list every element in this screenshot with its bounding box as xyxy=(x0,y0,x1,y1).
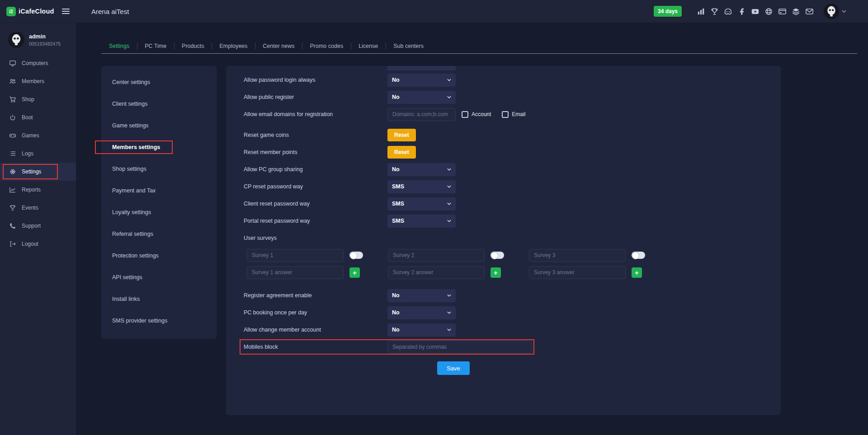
card-icon[interactable] xyxy=(778,7,787,16)
users-icon xyxy=(9,78,16,85)
nav-api-settings[interactable]: API settings xyxy=(101,267,217,288)
tab-promo-codes[interactable]: Promo codes xyxy=(302,43,351,49)
email-domains-input[interactable] xyxy=(387,108,456,121)
nav-loyalty-settings[interactable]: Loyalty settings xyxy=(101,201,217,223)
survey-2-answer-input[interactable] xyxy=(388,266,485,279)
field-label: Register agreement enable xyxy=(244,292,387,299)
survey-3-input[interactable] xyxy=(529,249,626,262)
nav-client-settings[interactable]: Client settings xyxy=(101,93,217,115)
sidebar-item-games[interactable]: Games xyxy=(0,126,76,145)
survey-3-answer-column: + xyxy=(529,266,670,279)
survey-answers-row: + + + xyxy=(244,264,763,281)
sidebar-item-logs[interactable]: Logs xyxy=(0,145,76,163)
field-label: User surveys xyxy=(244,235,387,241)
survey-2-input[interactable] xyxy=(388,249,485,262)
chevron-down-icon xyxy=(447,328,451,331)
survey-1-input[interactable] xyxy=(247,249,344,262)
user-avatar[interactable] xyxy=(824,4,839,19)
sidebar-item-computers[interactable]: Computers xyxy=(0,54,76,72)
discord-icon[interactable] xyxy=(724,7,732,16)
survey-2-column xyxy=(388,249,529,262)
tab-employees[interactable]: Employees xyxy=(212,43,255,49)
select-value: SMS xyxy=(392,201,404,207)
account-checkbox-group: Account xyxy=(462,111,491,118)
survey-3-add-button[interactable]: + xyxy=(632,267,642,278)
allow-password-login-select[interactable]: No xyxy=(387,74,456,87)
sidebar-item-label: Members xyxy=(22,78,44,84)
field-label: Allow change member account xyxy=(244,327,387,333)
sidebar-item-reports[interactable]: Reports xyxy=(0,181,76,199)
nav-members-settings[interactable]: Members settings xyxy=(101,136,217,158)
mobiles-block-input[interactable] xyxy=(387,341,532,354)
nav-referral-settings[interactable]: Referral settings xyxy=(101,223,217,245)
clipped-select[interactable] xyxy=(387,66,456,70)
nav-install-links[interactable]: Install links xyxy=(101,288,217,310)
survey-1-answer-column: + xyxy=(247,266,388,279)
sidebar-item-events[interactable]: Events xyxy=(0,199,76,217)
sidebar-item-support[interactable]: Support xyxy=(0,217,76,235)
reset-member-points-button[interactable]: Reset xyxy=(387,146,416,159)
account-checkbox[interactable] xyxy=(462,111,468,118)
page-title: Arena aiTest xyxy=(91,8,129,15)
reset-game-coins-button[interactable]: Reset xyxy=(387,129,416,141)
facebook-icon[interactable] xyxy=(737,7,746,16)
sidebar-item-shop[interactable]: Shop xyxy=(0,90,76,108)
trophy-icon[interactable] xyxy=(710,7,719,16)
client-reset-password-select[interactable]: SMS xyxy=(387,197,456,210)
sidebar-item-settings[interactable]: Settings xyxy=(0,163,76,181)
menu-toggle-icon[interactable] xyxy=(62,9,70,14)
tab-license[interactable]: License xyxy=(351,43,386,49)
field-label: CP reset password way xyxy=(244,183,387,190)
pc-group-sharing-select[interactable]: No xyxy=(387,163,456,176)
survey-3-answer-input[interactable] xyxy=(529,266,626,279)
survey-1-answer-input[interactable] xyxy=(247,266,344,279)
tab-pc-time[interactable]: PC Time xyxy=(137,43,174,49)
user-id: 005193482475 xyxy=(29,41,61,47)
youtube-icon[interactable] xyxy=(751,7,760,16)
form-row: User surveys xyxy=(244,229,763,247)
surveys-row xyxy=(244,247,763,264)
mobiles-block-row: Mobiles block xyxy=(244,338,763,355)
survey-1-add-button[interactable]: + xyxy=(349,267,360,278)
power-icon xyxy=(9,114,16,121)
nav-center-settings[interactable]: Center settings xyxy=(101,71,217,93)
tab-products[interactable]: Products xyxy=(174,43,212,49)
tab-settings[interactable]: Settings xyxy=(101,43,137,49)
sidebar-item-label: Boot xyxy=(22,114,33,121)
email-checkbox[interactable] xyxy=(502,111,509,118)
save-button[interactable]: Save xyxy=(437,361,470,375)
survey-3-toggle[interactable] xyxy=(632,252,645,259)
nav-game-settings[interactable]: Game settings xyxy=(101,115,217,136)
tab-center-news[interactable]: Center news xyxy=(255,43,302,49)
cp-reset-password-select[interactable]: SMS xyxy=(387,180,456,193)
field-label: Reset member points xyxy=(244,149,387,155)
chevron-down-icon xyxy=(447,294,451,297)
select-value: No xyxy=(392,327,400,333)
mail-icon[interactable] xyxy=(805,7,814,16)
nav-sms-provider-settings[interactable]: SMS provider settings xyxy=(101,310,217,332)
globe-icon[interactable] xyxy=(764,7,773,16)
tab-sub-centers[interactable]: Sub centers xyxy=(386,43,431,49)
select-value: No xyxy=(392,166,400,173)
nav-shop-settings[interactable]: Shop settings xyxy=(101,158,217,180)
sidebar-item-logout[interactable]: Logout xyxy=(0,235,76,253)
nav-payment-and-tax[interactable]: Payment and Tax xyxy=(101,180,217,201)
allow-public-register-select[interactable]: No xyxy=(387,91,456,104)
nav-protection-settings[interactable]: Protection settings xyxy=(101,245,217,267)
survey-2-toggle[interactable] xyxy=(491,252,504,259)
user-menu[interactable] xyxy=(824,4,846,19)
survey-2-add-button[interactable]: + xyxy=(491,267,501,278)
topbar: i2 iCafeCloud Arena aiTest 34 days xyxy=(0,0,868,23)
gamepad-icon xyxy=(9,132,16,139)
pc-booking-select[interactable]: No xyxy=(387,306,456,319)
list-icon xyxy=(9,150,16,157)
sidebar-item-boot[interactable]: Boot xyxy=(0,108,76,126)
license-days-badge[interactable]: 34 days xyxy=(654,6,682,17)
layers-icon[interactable] xyxy=(792,7,800,16)
chart-icon[interactable] xyxy=(697,7,705,16)
register-agreement-select[interactable]: No xyxy=(387,289,456,302)
allow-change-member-account-select[interactable]: No xyxy=(387,323,456,337)
sidebar-item-members[interactable]: Members xyxy=(0,72,76,90)
survey-1-toggle[interactable] xyxy=(349,252,363,259)
portal-reset-password-select[interactable]: SMS xyxy=(387,215,456,228)
